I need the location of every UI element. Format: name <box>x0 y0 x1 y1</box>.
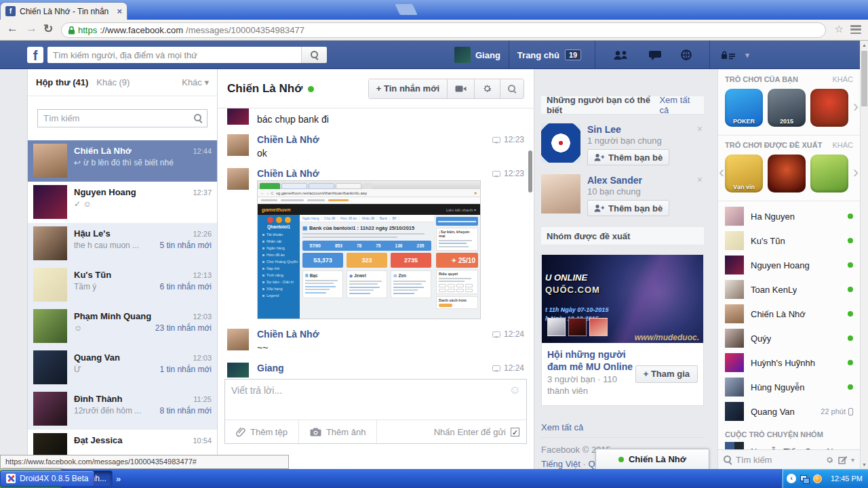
suggested-friend-name[interactable]: Alex Sander <box>587 175 669 186</box>
compose-icon[interactable] <box>838 455 847 464</box>
search-button[interactable] <box>301 47 327 63</box>
chevron-down-icon[interactable]: ▾ <box>851 456 854 464</box>
close-icon[interactable]: × <box>697 123 703 134</box>
home-link[interactable]: Trang chủ <box>517 50 559 60</box>
back-icon[interactable]: ← <box>7 22 18 35</box>
facebook-search-input[interactable] <box>47 47 301 63</box>
chat-friend-item[interactable]: Toan KenLy <box>725 277 853 302</box>
footer-link[interactable]: Tiếng Việt <box>541 459 588 469</box>
close-icon[interactable]: × <box>697 174 703 185</box>
messages-icon[interactable] <box>648 50 662 60</box>
chevron-right-icon[interactable]: › <box>853 98 859 115</box>
forward-icon[interactable]: → <box>26 22 37 35</box>
chat-search-input[interactable] <box>736 455 821 465</box>
see-all-link[interactable]: Xem tất cả <box>541 422 704 432</box>
game-icon[interactable]: Vạn vin <box>725 155 763 192</box>
friend-requests-icon[interactable] <box>613 50 629 60</box>
scrollbar-thumb[interactable] <box>861 51 867 106</box>
browser-menu-icon[interactable] <box>850 25 861 34</box>
chevron-left-icon[interactable]: ‹ <box>719 164 724 180</box>
inbox-filter-dropdown[interactable]: Khác ▾ <box>182 77 209 87</box>
game-icon[interactable] <box>810 89 848 127</box>
sender-name[interactable]: Chiền Là Nhớ <box>257 329 319 340</box>
conversation-name: Hậu Le's <box>74 228 111 239</box>
conversation-item[interactable]: Chiến Là Nhớ 12:44 ↩ ừ b lên đó thì sẽ b… <box>28 140 217 182</box>
avatar[interactable] <box>541 174 580 214</box>
tab-close-icon[interactable]: × <box>117 6 122 16</box>
scroll-up-icon[interactable]: ▲ <box>861 41 868 49</box>
network-icon[interactable] <box>800 475 809 483</box>
game-icon[interactable] <box>768 155 806 192</box>
chat-friend-item[interactable]: Huỳnh's Huỹnhh <box>725 350 853 375</box>
tab-inbox[interactable]: Hộp thư (41) <box>36 77 88 87</box>
chevron-down-icon[interactable]: ▾ <box>745 51 749 60</box>
attached-screenshot-image[interactable]: ← → Cvg.gamethuvn.net/account/thanhtoan/… <box>257 180 481 319</box>
video-call-button[interactable] <box>447 79 474 98</box>
suggested-friend-name[interactable]: Sin Lee <box>587 124 669 135</box>
game-icon[interactable]: POKER <box>725 89 763 127</box>
conversation-item[interactable]: Phạm Minh Quang 12:03 ↩ ☺ 23 tin nhắn mớ… <box>28 306 217 347</box>
profile-link[interactable]: Giang <box>475 50 500 60</box>
add-friend-button[interactable]: Thêm bạn bè <box>587 200 669 216</box>
game-icon[interactable] <box>810 155 848 192</box>
overflow-chevron-icon[interactable]: » <box>116 474 121 484</box>
chevron-right-icon[interactable]: › <box>853 164 859 180</box>
conversation-item[interactable]: Quang Van 12:03 ↩ Ừ 1 tin nhắn mới <box>28 347 217 388</box>
sender-name[interactable]: Chiền Là Nhớ <box>257 168 319 179</box>
notifications-globe-icon[interactable] <box>681 49 692 60</box>
search-conversation-button[interactable] <box>500 79 524 98</box>
inbox-search-input[interactable] <box>37 109 208 127</box>
clock-icon[interactable] <box>813 474 822 483</box>
emoticon-icon[interactable]: ☺ <box>509 384 521 397</box>
scroll-down-icon[interactable]: ▼ <box>861 460 868 469</box>
chat-friend-item[interactable]: Chiến Là Nhớ <box>725 302 853 326</box>
taskbar-task-button[interactable]: Droid4X 0.8.5 Beta <box>0 470 94 487</box>
new-tab-button[interactable] <box>395 4 417 15</box>
avatar[interactable] <box>541 123 580 163</box>
checkbox-checked-icon[interactable]: ✓ <box>511 428 519 436</box>
chat-friend-item[interactable]: Ku's Tũn <box>725 228 853 253</box>
browser-tab[interactable]: f Chiến Là Nhớ - Tin nhắn × <box>0 2 127 20</box>
reload-icon[interactable]: ↻ <box>43 22 53 36</box>
message-time: 12:23 <box>492 168 524 179</box>
chat-window-tab[interactable]: Chiến Là Nhớ <box>595 449 709 469</box>
add-photo-button[interactable]: Thêm ảnh <box>299 420 378 443</box>
privacy-shortcuts-icon[interactable] <box>721 50 736 60</box>
add-file-button[interactable]: Thêm tệp <box>225 420 299 443</box>
sender-name[interactable]: Chiền Là Nhớ <box>257 134 319 145</box>
new-message-button[interactable]: + Tin nhắn mới <box>369 79 447 98</box>
chat-friend-item[interactable]: Quýy <box>725 326 853 350</box>
avatar[interactable] <box>454 47 471 63</box>
add-friend-button[interactable]: Thêm bạn bè <box>587 149 669 165</box>
see-all-link[interactable]: Xem tất cả <box>659 95 698 115</box>
facebook-logo[interactable]: f <box>27 47 43 63</box>
conversation-item[interactable]: Đình Thành 11:25 ↩ 12rưỡi đến hôm ... 8 … <box>28 388 217 430</box>
bubble-icon <box>492 171 500 177</box>
conversation-actions: + Tin nhắn mới <box>368 79 524 99</box>
chat-friend-item[interactable]: Nguyen Hoang <box>725 253 853 277</box>
conversation-item[interactable]: Nguyen Hoang 12:37 ↩ ✓ ☺ <box>28 182 217 223</box>
chat-friend-item[interactable]: Quang Van 22 phút <box>725 399 853 424</box>
chat-friend-item[interactable]: Hùng Nguyễn <box>725 375 853 399</box>
group-ad-image[interactable]: U ONLINE QUỐC.COM t 11h Ngày 07-10-2015 … <box>542 255 703 343</box>
message-scrollbar[interactable] <box>528 150 532 192</box>
join-group-button[interactable]: + Tham gia <box>635 365 698 383</box>
chat-friend-item[interactable]: Ha Nguyen <box>725 204 853 228</box>
game-icon[interactable]: 2015 <box>768 89 806 127</box>
more-games-link[interactable]: KHÁC <box>832 75 853 83</box>
avatar <box>227 134 249 156</box>
settings-button[interactable] <box>474 79 500 98</box>
reply-input[interactable] <box>225 380 526 419</box>
enter-to-send-toggle[interactable]: Nhấn Enter để gửi ✓ <box>434 427 526 437</box>
tab-other[interactable]: Khác (9) <box>96 77 130 87</box>
sender-name[interactable]: Giang <box>257 363 284 373</box>
tray-collapse-icon[interactable]: ‹ <box>787 474 796 483</box>
address-bar[interactable]: https://www.facebook.com/messages/100004… <box>61 22 826 38</box>
page-scrollbar[interactable]: ▲ ▼ <box>860 41 868 469</box>
gear-icon[interactable] <box>825 455 834 464</box>
conversation-item[interactable]: Ku's Tũn 12:13 ↩ Tầm ý 6 tin nhắn mới <box>28 264 217 306</box>
group-name-link[interactable]: Hội những người đam mê MU Online <box>547 349 648 373</box>
bookmark-star-icon[interactable]: ☆ <box>835 23 844 35</box>
conversation-item[interactable]: Hậu Le's 12:26 ↩ the h cau muon ... 5 ti… <box>28 223 217 264</box>
more-games-link[interactable]: KHÁC <box>832 141 853 149</box>
